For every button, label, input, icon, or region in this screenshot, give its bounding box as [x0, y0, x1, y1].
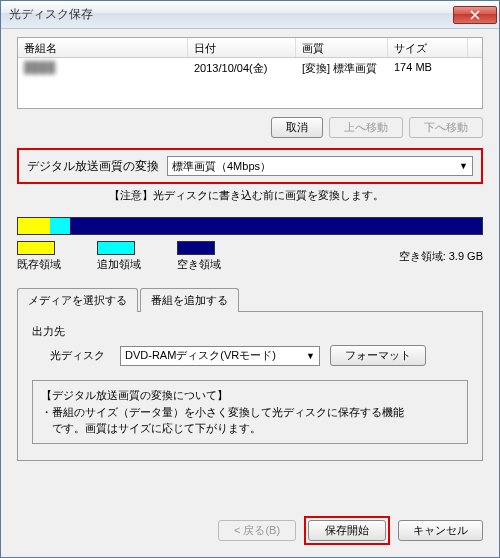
cell-name: ████ [18, 58, 188, 78]
info-line1: ・番組のサイズ（データ量）を小さく変換して光ディスクに保存する機能 [41, 404, 459, 421]
free-space-label: 空き領域: [399, 250, 446, 262]
legend-add-label: 追加領域 [97, 257, 141, 272]
table-row[interactable]: ████ 2013/10/04(金) [変換] 標準画質 174 MB [18, 58, 482, 78]
chevron-down-icon: ▼ [459, 161, 468, 171]
format-button[interactable]: フォーマット [330, 345, 426, 366]
titlebar: 光ディスク保存 [1, 1, 499, 29]
save-start-button[interactable]: 保存開始 [308, 520, 386, 541]
info-box: 【デジタル放送画質の変換について】 ・番組のサイズ（データ量）を小さく変換して光… [32, 380, 468, 444]
free-space-text: 空き領域: 3.9 GB [399, 249, 483, 264]
save-highlight: 保存開始 [304, 516, 390, 545]
footer: < 戻る(B) 保存開始 キャンセル [1, 506, 499, 557]
col-header-quality[interactable]: 画質 [296, 38, 388, 57]
table-buttons: 取消 上へ移動 下へ移動 [17, 117, 483, 138]
col-header-date[interactable]: 日付 [188, 38, 296, 57]
table-header: 番組名 日付 画質 サイズ [18, 38, 482, 58]
capacity-bar-wrap: 既存領域 追加領域 空き領域 空き領域: 3.9 GB [17, 217, 483, 272]
col-header-name[interactable]: 番組名 [18, 38, 188, 57]
capacity-bar [17, 217, 483, 235]
cancel-button[interactable]: 取消 [271, 117, 323, 138]
move-up-button: 上へ移動 [329, 117, 403, 138]
swatch-add [97, 241, 135, 255]
chevron-down-icon: ▼ [306, 351, 315, 361]
dialog-window: 光ディスク保存 番組名 日付 画質 サイズ ████ 2013/10/04(金)… [0, 0, 500, 558]
legend-add: 追加領域 [97, 241, 177, 272]
conversion-label: デジタル放送画質の変換 [27, 158, 159, 175]
output-section-label: 出力先 [32, 324, 468, 339]
program-table: 番組名 日付 画質 サイズ ████ 2013/10/04(金) [変換] 標準… [17, 37, 483, 109]
bar-add [50, 218, 70, 234]
bar-used [18, 218, 50, 234]
quality-select-value: 標準画質（4Mbps） [172, 159, 271, 174]
window-title: 光ディスク保存 [9, 6, 453, 23]
free-space-value: 3.9 GB [449, 250, 483, 262]
legend-used-label: 既存領域 [17, 257, 61, 272]
legend-used: 既存領域 [17, 241, 97, 272]
conversion-box: デジタル放送画質の変換 標準画質（4Mbps） ▼ [17, 148, 483, 184]
legend-free-label: 空き領域 [177, 257, 221, 272]
cell-quality: [変換] 標準画質 [296, 58, 388, 78]
cell-size: 174 MB [388, 58, 468, 78]
tab-add-program[interactable]: 番組を追加する [140, 288, 239, 312]
conversion-note: 【注意】光ディスクに書き込む前に画質を変換します。 [109, 188, 483, 203]
disc-select[interactable]: DVD-RAMディスク(VRモード) ▼ [120, 346, 320, 366]
tab-bar: メディアを選択する 番組を追加する [17, 288, 483, 312]
close-icon [470, 10, 480, 20]
content-area: 番組名 日付 画質 サイズ ████ 2013/10/04(金) [変換] 標準… [1, 29, 499, 506]
col-header-size[interactable]: サイズ [388, 38, 468, 57]
tab-panel: 出力先 光ディスク DVD-RAMディスク(VRモード) ▼ フォーマット 【デ… [17, 311, 483, 461]
move-down-button: 下へ移動 [409, 117, 483, 138]
quality-select[interactable]: 標準画質（4Mbps） ▼ [167, 156, 473, 176]
swatch-free [177, 241, 215, 255]
footer-cancel-button[interactable]: キャンセル [398, 520, 483, 541]
legend-free: 空き領域 [177, 241, 257, 272]
info-line2: です。画質はサイズに応じて下がります。 [41, 420, 459, 437]
info-title: 【デジタル放送画質の変換について】 [41, 387, 459, 404]
tab-select-media[interactable]: メディアを選択する [17, 288, 138, 312]
legend-row: 既存領域 追加領域 空き領域 空き領域: 3.9 GB [17, 241, 483, 272]
output-row: 光ディスク DVD-RAMディスク(VRモード) ▼ フォーマット [50, 345, 468, 366]
close-button[interactable] [453, 6, 497, 24]
disc-label: 光ディスク [50, 348, 110, 363]
back-button: < 戻る(B) [218, 520, 296, 541]
swatch-used [17, 241, 55, 255]
disc-select-value: DVD-RAMディスク(VRモード) [125, 348, 276, 363]
cell-date: 2013/10/04(金) [188, 58, 296, 78]
